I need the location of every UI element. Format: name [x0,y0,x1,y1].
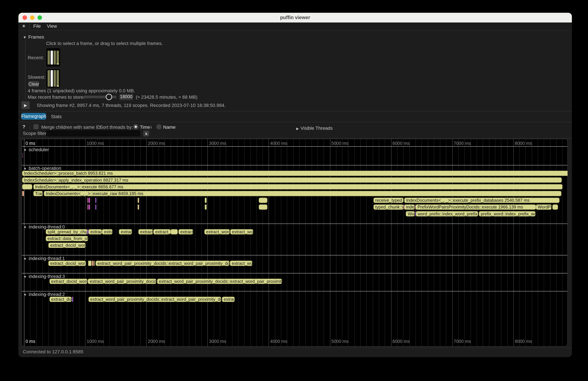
flamegraph-bar[interactable] [87,204,88,210]
frame-bar[interactable] [54,70,56,86]
flamegraph-bar[interactable]: Word [406,211,415,216]
flamegraph-bar[interactable] [415,211,416,216]
flamegraph-bar[interactable] [88,204,90,210]
sort-name-label[interactable]: Name [163,124,176,129]
flamegraph-bar[interactable]: extract_docid_wor [48,261,86,266]
flamegraph-bar[interactable]: extrac [119,229,132,234]
flamegraph-bar[interactable] [94,261,95,266]
flamegraph-bar[interactable]: IndexDocuments<_, _>::execute_prefix_dat… [404,198,560,203]
flamegraph-bar[interactable] [259,204,268,210]
flamegraph-bar[interactable]: extract::data_from_ob [46,236,88,241]
flamegraph-bar[interactable]: receive_typed_ [373,198,404,203]
flamegraph-bar[interactable]: extract_word [204,229,230,234]
flamegraph-bar[interactable]: WordPr [536,204,552,210]
flamegraph-bar[interactable]: word_prefix::index_word_prefix_ [416,211,478,216]
thread-group-label[interactable]: ▼indexing-thread:0 [23,224,65,230]
minimize-window-icon[interactable] [30,15,35,20]
frame-bar[interactable] [57,50,59,64]
thread-group-label[interactable]: ▼batch-operation [23,166,61,171]
zoom-window-icon[interactable] [37,15,42,20]
thread-group-label[interactable]: ▼indexing-thread:2 [23,292,65,297]
sort-name-radio[interactable] [156,124,162,129]
flamegraph-bar[interactable]: typed_chunk::w [373,204,404,210]
flamegraph-bar[interactable] [138,204,139,210]
tab-flamegraph[interactable]: Flamegraph [21,113,46,120]
help-button[interactable]: ? [22,124,25,129]
flamegraph-bar[interactable]: split_grenad_by_chun [46,229,87,234]
flamegraph-bar[interactable] [259,198,268,203]
flamegraph-bar[interactable]: extract [178,229,193,234]
flamegraph-bar[interactable]: extract_docid_wor [48,243,85,248]
flamegraph-bar[interactable]: extract_doc [49,297,72,302]
flamegraph-bar[interactable] [205,204,207,210]
flamegraph-bar[interactable]: extract_word_pair_proximity_docids::extr… [96,261,229,266]
flamegraph-bar[interactable]: index [404,204,415,210]
scope-filter-input[interactable] [46,130,140,136]
flamegraph-bar[interactable]: extract_ [153,229,170,234]
flamegraph-bar[interactable]: extract_word_pair_proximity_docids::extr… [88,297,221,302]
flamegraph-bar[interactable] [72,297,73,302]
play-button[interactable]: ▶ [21,101,30,109]
tab-stats[interactable]: Stats [51,114,62,119]
flamegraph-bar[interactable]: extract_docid_word [49,279,87,284]
flamegraph-bar[interactable] [87,198,88,203]
recent-frames-thumbnail[interactable] [46,48,61,67]
menu-file[interactable]: File [33,23,41,29]
flamegraph-bar[interactable]: extract [89,229,102,234]
max-frames-slider-knob[interactable] [106,94,112,100]
frame-bar[interactable] [54,50,56,64]
flamegraph-bar[interactable]: extract_word_pair_proximity_docids [88,279,156,284]
menu-view[interactable]: View [47,23,57,29]
thread-group-label[interactable]: ▼scheduler [23,147,49,152]
flamegraph-bar[interactable] [92,261,94,266]
flamegraph-bar[interactable]: IndexScheduler>::process_batch 8953.821 … [22,171,567,176]
flamegraph-bar[interactable] [171,229,178,234]
flamegraph-bar[interactable]: IndexDocuments<_, _>::execute 8656.677 m… [33,184,563,189]
flamegraph-bar[interactable] [138,198,139,203]
flamegraph-bar[interactable] [95,198,97,203]
merge-children-checkbox[interactable] [33,124,39,129]
flamegraph-bar[interactable] [22,191,24,196]
flamegraph-bar[interactable]: Trans [33,191,43,196]
frame-bar[interactable] [57,70,59,86]
flamegraph-bar[interactable] [22,153,23,158]
visible-threads-header[interactable]: ▶ Visible Threads [296,124,333,131]
theme-toggle-icon[interactable]: ☀ [22,23,26,29]
flamegraph-bar[interactable]: extract_wo [230,229,253,234]
clear-filter-button[interactable]: x [143,130,149,136]
frame-bar-notch [57,63,59,64]
flamegraph-bar[interactable]: extrac [222,297,235,302]
flamegraph-bar[interactable]: extract_ [138,229,153,234]
thread-group-label[interactable]: ▼indexing-thread:3 [23,274,65,279]
frame-bar-selected[interactable] [51,50,53,64]
frame-info-text: Showing frame #2, 8957.4 ms, 7 threads, … [37,103,226,108]
flamegraph-bar[interactable] [22,184,32,189]
flamegraph-bar[interactable] [552,204,558,210]
frame-bar[interactable] [48,50,50,64]
sort-direction-arrow-icon[interactable]: ↓ [150,124,152,129]
flamegraph-bar[interactable] [87,229,88,234]
flamegraph-bar[interactable]: IndexDocuments<_, _>::execute_raw 8459.1… [44,191,561,196]
flamegraph-bar[interactable] [88,198,90,203]
flamegraph-bar[interactable]: extract_word_pair_proximity_docids::extr… [157,279,282,284]
frame-bar-selected[interactable] [51,70,53,86]
flamegraph-bar[interactable] [88,261,91,266]
flamegraph-bar[interactable] [205,198,207,203]
sort-time-radio[interactable] [133,124,138,129]
sort-time-label[interactable]: Time [140,124,150,129]
slowest-frames-thumbnail[interactable] [46,69,61,88]
thread-group-label[interactable]: ▼indexing-thread:1 [23,256,65,261]
max-frames-value[interactable]: 18000 [119,94,133,100]
close-window-icon[interactable] [22,15,27,20]
flamegraph-bar[interactable]: extra [102,229,113,234]
flamegraph-bar[interactable]: IndexScheduler>::apply_index_operation 8… [22,177,562,183]
flamegraph-bar[interactable]: PrefixWordPairsProximityDocids::execute … [416,204,536,210]
flamegraph-bar[interactable] [95,204,97,210]
flamegraph-bar[interactable]: prefix_word::index_prefix_wo [479,211,535,216]
frames-section-header[interactable]: ▼ Frames [23,33,44,40]
axis-tick-label: 0 ms [25,339,35,344]
flamegraph-canvas[interactable]: 0 ms0 ms1000 ms1000 ms2000 ms2000 ms3000… [21,139,567,346]
frame-bar[interactable] [48,70,50,86]
clear-frames-button[interactable]: Clear [28,81,39,87]
flamegraph-bar[interactable]: extract_wo [230,261,252,266]
